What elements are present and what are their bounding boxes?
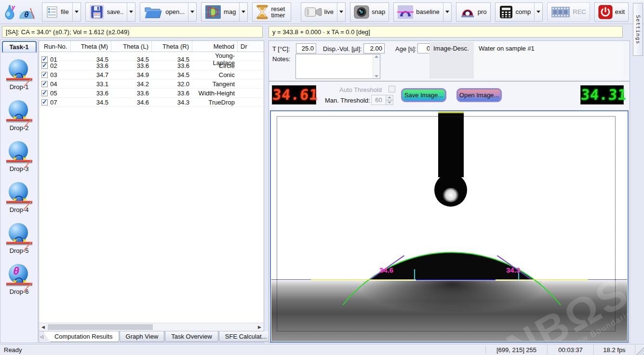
col-dr[interactable]: Dr	[238, 41, 264, 52]
sample-controls: T [°C]: Disp.-Vol. [µl]: Age [s]: Notes:…	[269, 41, 630, 81]
dispense-volume-label: Disp.-Vol. [µl]:	[323, 45, 362, 53]
image-desc-value[interactable]: Water on sample #1	[474, 42, 623, 79]
drop-theta-icon: θ	[6, 264, 32, 286]
col-run-no[interactable]: Run-No.	[39, 41, 71, 52]
col-theta-m[interactable]: Theta (M)	[71, 41, 111, 52]
baseline-button[interactable]: baseline	[394, 3, 443, 21]
save-image-button[interactable]: Save Image...	[401, 88, 446, 102]
live-dropdown-arrow[interactable]	[337, 3, 345, 21]
tab-computation-results[interactable]: Computation Results	[43, 331, 119, 342]
open-button[interactable]: open...	[140, 3, 188, 21]
table-horizontal-scrollbar[interactable]: ◀ ▶	[39, 323, 264, 331]
drop-image-view[interactable]: 34.6 34.3 NBΩS Connecting New Boundaries	[270, 110, 629, 342]
run-no: 04	[50, 80, 57, 88]
resize-grip[interactable]	[635, 344, 644, 355]
tab-graph-view[interactable]: Graph View	[120, 331, 165, 342]
sidebar-item-drop-4[interactable]: Drop-4	[2, 175, 37, 216]
tab-task-1-label: Task-1	[9, 43, 28, 51]
svg-text:θ: θ	[24, 10, 29, 19]
comp-button[interactable]: comp	[496, 3, 535, 21]
file-dropdown-arrow[interactable]	[72, 3, 80, 21]
row-checkbox[interactable]	[41, 72, 48, 78]
needle-top-marker	[438, 112, 464, 113]
row-checkbox[interactable]	[41, 81, 48, 87]
table-row[interactable]: 04 33.1 34.2 32.0 Tangent	[39, 79, 264, 89]
sidebar-item-drop-1[interactable]: Drop-1	[2, 53, 37, 93]
table-row[interactable]: 05 33.6 33.6 33.6 Width-Height	[39, 89, 264, 98]
col-theta-r[interactable]: Theta (R)	[152, 41, 192, 52]
snap-button[interactable]: snap	[350, 3, 389, 21]
tab-sfe-calculation[interactable]: SFE Calculat...	[219, 331, 273, 342]
scroll-left-icon[interactable]: ◀	[39, 323, 47, 331]
scroll-up-icon[interactable]	[375, 55, 378, 58]
caret-down-icon	[242, 11, 245, 13]
camera-lens-icon	[354, 5, 369, 19]
temperature-field[interactable]	[296, 43, 316, 53]
manual-threshold-value[interactable]: 60	[371, 95, 386, 105]
notes-scrollbar[interactable]	[373, 54, 380, 79]
sidebar-item-drop-2[interactable]: Drop-2	[2, 93, 37, 134]
comp-button-group: comp	[495, 2, 543, 22]
sa-result-bar: [SA]: CA = 34.0° (±0.7); Vol = 1.612 (±2…	[2, 26, 263, 38]
left-angle-value: 34.61	[271, 86, 319, 104]
save-button[interactable]: save..	[86, 3, 127, 21]
measurement-panel: T [°C]: Disp.-Vol. [µl]: Age [s]: Notes:…	[268, 40, 630, 343]
rec-button-label: REC	[573, 9, 586, 15]
table-row[interactable]: 03 34.7 34.9 34.5 Conic	[39, 70, 264, 79]
caret-down-icon	[537, 11, 540, 13]
auto-threshold-checkbox[interactable]	[389, 86, 395, 92]
pro-button[interactable]: pro	[456, 3, 490, 21]
row-checkbox[interactable]	[41, 99, 48, 105]
file-button[interactable]: file	[42, 3, 72, 21]
method-value: TrueDrop	[192, 99, 238, 106]
row-checkbox[interactable]	[41, 63, 48, 69]
mag-dropdown-arrow[interactable]	[239, 3, 247, 21]
temperature-label: T [°C]:	[272, 45, 290, 53]
col-theta-l[interactable]: Theta (L)	[111, 41, 152, 52]
baseline-dropdown-arrow[interactable]	[443, 3, 451, 21]
col-method[interactable]: Method	[192, 41, 238, 52]
tab-scroll-left-icon[interactable]: ◁	[40, 331, 43, 342]
save-floppy-icon	[89, 4, 105, 20]
status-ready: Ready	[0, 346, 486, 354]
comp-dropdown-arrow[interactable]	[534, 3, 542, 21]
sa-result-text: [SA]: CA = 34.0° (±0.7); Vol = 1.612 (±2…	[6, 28, 130, 36]
mag-button-group: mag	[201, 2, 248, 22]
dispense-volume-field[interactable]	[363, 43, 385, 53]
reset-timer-button[interactable]: reset timer	[253, 3, 291, 21]
settings-side-tab[interactable]: Settings	[633, 3, 643, 56]
scroll-down-icon[interactable]	[375, 75, 378, 78]
open-dropdown-arrow[interactable]	[188, 3, 196, 21]
row-checkbox[interactable]	[41, 90, 48, 96]
status-bar: Ready [699, 215] 255 00:03:37 18.2 fps	[0, 344, 644, 355]
right-angle-value: 34.31	[580, 86, 628, 104]
open-image-button[interactable]: Open Image...	[456, 88, 502, 102]
table-row[interactable]: 02 33.6 33.6 33.6 Circle	[39, 61, 264, 70]
sidebar-item-drop-5[interactable]: Drop-5	[2, 216, 37, 257]
table-row[interactable]: 01 34.5 34.5 34.5 Young-Laplace	[39, 52, 264, 61]
exit-button[interactable]: exit	[595, 3, 628, 21]
rec-button[interactable]: REC	[548, 3, 589, 21]
theta-r-value: 34.5	[152, 71, 192, 79]
tab-label: Computation Results	[54, 333, 113, 340]
table-row[interactable]: 07 34.5 34.6 34.3 TrueDrop	[39, 98, 264, 107]
drop-icon	[6, 223, 32, 245]
sidebar-item-drop-6[interactable]: θ Drop-6	[2, 257, 37, 298]
notes-field[interactable]	[295, 54, 380, 79]
tab-task-overview[interactable]: Task Overview	[165, 331, 218, 342]
scroll-right-icon[interactable]: ▶	[255, 323, 264, 331]
exit-button-label: exit	[615, 9, 625, 15]
theta-l-value: 34.2	[111, 80, 152, 88]
roi-rectangle[interactable]	[277, 116, 616, 331]
save-dropdown-arrow[interactable]	[127, 3, 135, 21]
calculator-icon	[499, 5, 513, 19]
scrollbar-thumb[interactable]	[48, 324, 153, 330]
baseline-button-group: baseline	[393, 2, 451, 22]
sidebar-item-drop-3[interactable]: Drop-3	[2, 134, 37, 175]
spinner-down-icon[interactable]	[386, 100, 393, 105]
spinner-up-icon[interactable]	[386, 95, 393, 100]
live-button[interactable]: live	[301, 3, 337, 21]
image-desc-label: Image-Desc.	[429, 42, 474, 79]
mag-button[interactable]: mag	[201, 3, 239, 21]
tab-task-1[interactable]: Task-1	[2, 41, 37, 53]
